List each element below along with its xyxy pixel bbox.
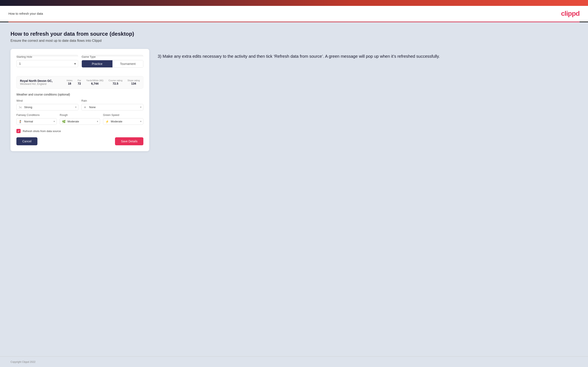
form-card: Starting Hole 1 ▾ Game Type Practice Tou… [10,49,149,151]
course-rating-label: Course rating [108,79,122,82]
rough-icon: 🌿 [62,120,66,123]
course-row: Royal North Devon GC, Westward Ho!, Engl… [16,76,143,89]
save-details-button[interactable]: Save Details [115,137,143,145]
breadcrumb: How to refresh your data [9,12,43,15]
rain-label: Rain [81,99,143,102]
wind-icon: 🌬 [19,106,22,109]
fairway-icon: 🏌 [19,120,22,123]
rain-select-wrapper[interactable]: ☀ None ▾ [81,104,143,110]
rough-select-wrapper[interactable]: 🌿 Moderate ▾ [60,118,100,125]
holes-value: 18 [68,82,71,85]
rough-select[interactable]: Moderate [62,120,98,123]
rain-condition: Rain ☀ None ▾ [81,99,143,110]
holes-label: Holes [67,79,72,82]
slope-rating-value: 134 [131,82,136,85]
tournament-button[interactable]: Tournament [112,60,143,67]
wind-label: Wind [16,99,78,102]
button-row: Cancel Save Details [16,137,143,145]
green-speed-select-wrapper[interactable]: ⚡ Moderate ▾ [103,118,143,125]
stat-holes: Holes 18 [67,79,72,85]
main-content: How to refresh your data from source (de… [0,22,588,356]
par-label: Par [78,79,81,82]
starting-hole-select[interactable]: 1 [19,62,76,65]
cancel-button[interactable]: Cancel [16,137,37,145]
refresh-checkbox-row: Refresh shots from data source [16,129,143,133]
starting-hole-select-wrapper[interactable]: 1 ▾ [16,60,78,67]
rain-icon: ☀ [84,106,86,109]
wind-select[interactable]: Strong [19,106,76,109]
top-form-row: Starting Hole 1 ▾ Game Type Practice Tou… [16,55,143,72]
green-speed-icon: ⚡ [105,120,109,123]
fairway-label: Fairway Conditions [16,113,57,117]
rough-condition: Rough 🌿 Moderate ▾ [60,113,100,125]
rain-select[interactable]: None [84,106,141,109]
side-description-text: 3) Make any extra edits necessary to the… [158,53,578,59]
page-subheading: Ensure the correct and most up to date d… [10,39,578,43]
refresh-checkbox[interactable] [16,129,21,133]
wind-condition: Wind 🌬 Strong ▾ [16,99,78,110]
green-speed-label: Green Speed [103,113,143,117]
game-type-toggle: Practice Tournament [82,60,143,68]
yards-label: Yards/White (M)) [86,79,104,82]
conditions-title: Weather and course conditions (optional) [16,93,143,96]
course-info: Royal North Devon GC, Westward Ho!, Engl… [20,79,62,85]
footer-copyright: Copyright Clippd 2022 [10,360,35,363]
course-rating-value: 72.5 [113,82,118,85]
green-speed-condition: Green Speed ⚡ Moderate ▾ [103,113,143,125]
header: How to refresh your data clippd [0,6,588,22]
fairway-select-wrapper[interactable]: 🏌 Normal ▾ [16,118,57,125]
wind-arrow-icon: ▾ [75,106,77,108]
green-speed-select[interactable]: Moderate [105,120,141,123]
course-stats: Holes 18 Par 72 Yards/White (M)) 6,744 C… [67,79,140,85]
top-bar [0,0,588,6]
game-type-section: Game Type Practice Tournament [82,55,143,68]
logo: clippd [561,10,579,17]
rain-arrow-icon: ▾ [140,106,141,108]
rough-label: Rough [60,113,100,117]
green-speed-arrow-icon: ▾ [140,120,141,123]
conditions-row-1: Wind 🌬 Strong ▾ Rain ☀ [16,99,143,110]
fairway-condition: Fairway Conditions 🏌 Normal ▾ [16,113,57,125]
stat-slope-rating: Slope rating 134 [127,79,140,85]
course-location: Westward Ho!, England [20,83,62,85]
side-description: 3) Make any extra edits necessary to the… [158,49,578,64]
slope-rating-label: Slope rating [127,79,140,82]
game-type-label: Game Type [82,55,143,58]
par-value: 72 [78,82,81,85]
yards-value: 6,744 [91,82,99,85]
conditions-row-2: Fairway Conditions 🏌 Normal ▾ Rough 🌿 [16,113,143,125]
fairway-arrow-icon: ▾ [54,120,55,123]
conditions-section: Weather and course conditions (optional)… [16,93,143,125]
stat-yards: Yards/White (M)) 6,744 [86,79,104,85]
stat-par: Par 72 [78,79,81,85]
content-row: Starting Hole 1 ▾ Game Type Practice Tou… [10,49,578,151]
page-heading: How to refresh your data from source (de… [10,31,578,37]
course-name: Royal North Devon GC, [20,79,62,83]
footer: Copyright Clippd 2022 [0,356,588,367]
rough-arrow-icon: ▾ [97,120,98,123]
stat-course-rating: Course rating 72.5 [108,79,122,85]
practice-button[interactable]: Practice [82,60,112,67]
starting-hole-label: Starting Hole [16,55,78,58]
wind-select-wrapper[interactable]: 🌬 Strong ▾ [16,104,78,110]
refresh-checkbox-label: Refresh shots from data source [23,130,61,133]
starting-hole-section: Starting Hole 1 ▾ [16,55,78,68]
fairway-select[interactable]: Normal [19,120,54,123]
